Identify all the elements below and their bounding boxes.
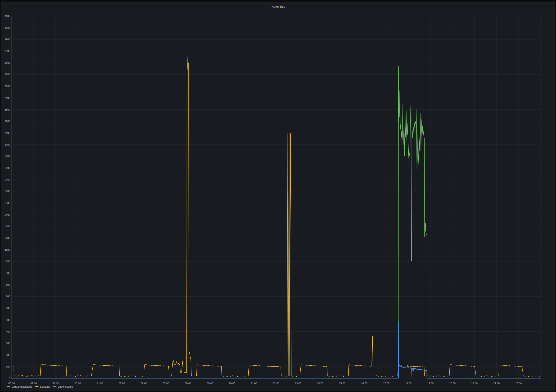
legend: Eingangsleistung Leistung Ladeleistung — [7, 385, 73, 389]
x-tick-label: 03:00 — [74, 382, 81, 385]
y-tick-label: 800 — [6, 283, 10, 286]
x-tick-label: 18:00 — [405, 382, 412, 385]
plot-area[interactable] — [12, 16, 541, 378]
x-tick-label: 21:00 — [471, 382, 478, 385]
y-tick-label: 1000 — [4, 260, 10, 263]
x-tick-label: 06:00 — [141, 382, 147, 385]
y-tick-label: 2700 — [4, 61, 10, 64]
y-tick-label: 3000 — [4, 26, 10, 29]
x-tick-label: 14:00 — [317, 382, 324, 385]
y-tick-label: 100 — [6, 365, 10, 368]
y-tick-label: 1100 — [5, 248, 10, 251]
x-tick-label: 12:00 — [273, 382, 279, 385]
x-tick-label: 07:00 — [162, 382, 169, 385]
x-tick-label: 04:00 — [97, 382, 103, 385]
y-tick-label: 1600 — [4, 190, 10, 193]
grafana-dashboard: { "panel": { "title": "Panel Title", "ba… — [0, 0, 556, 392]
y-tick-label: 2900 — [4, 38, 10, 41]
x-tick-label: 23:00 — [515, 382, 522, 385]
y-tick-label: 1400 — [4, 213, 10, 216]
x-tick-label: 05:00 — [118, 382, 125, 385]
y-tick-label: 1800 — [4, 167, 10, 169]
x-tick-label: 09:00 — [207, 382, 213, 385]
y-tick-label: 1700 — [4, 178, 10, 181]
y-tick-label: 400 — [6, 330, 10, 333]
x-tick-label: 10:00 — [229, 382, 235, 385]
x-tick-label: 17:00 — [383, 382, 389, 385]
y-tick-label: 300 — [6, 342, 10, 345]
legend-swatch-green — [7, 386, 10, 387]
y-tick-label: 500 — [6, 319, 10, 321]
legend-item-eingangsleistung[interactable]: Eingangsleistung — [7, 385, 32, 388]
y-tick-label: 1500 — [4, 202, 10, 205]
legend-item-ladeleistung[interactable]: Ladeleistung — [53, 385, 73, 388]
legend-label: Eingangsleistung — [12, 385, 32, 388]
y-tick-label: 700 — [6, 295, 10, 298]
y-tick-label: 2600 — [4, 73, 10, 76]
legend-swatch-blue — [53, 386, 56, 387]
y-tick-label: 2000 — [4, 143, 10, 146]
y-tick-label: 2400 — [4, 97, 10, 99]
x-tick-label: 01:00 — [30, 382, 37, 385]
legend-label: Leistung — [40, 385, 50, 388]
y-tick-label: 1900 — [4, 155, 10, 158]
y-tick-label: 1200 — [4, 237, 10, 239]
x-tick-label: 16:00 — [361, 382, 368, 385]
x-tick-label: 11:00 — [251, 382, 257, 385]
y-tick-label: 200 — [6, 354, 10, 356]
x-tick-label: 15:00 — [339, 382, 345, 385]
x-tick-label: 20:00 — [449, 382, 456, 385]
legend-item-leistung[interactable]: Leistung — [35, 385, 50, 388]
x-tick-label: 13:00 — [295, 382, 301, 385]
x-tick-label: 00:00 — [8, 382, 15, 385]
time-series-chart[interactable]: 0100200300400500600700800900100011001200… — [0, 0, 556, 392]
y-tick-label: 600 — [6, 307, 10, 309]
y-tick-label: 900 — [6, 272, 10, 275]
x-tick-label: 22:00 — [493, 382, 500, 385]
y-tick-label: 1300 — [4, 225, 10, 228]
x-tick-label: 19:00 — [427, 382, 433, 385]
y-tick-label: 3100 — [4, 15, 10, 17]
x-tick-label: 08:00 — [185, 382, 191, 385]
x-tick-label: 02:00 — [53, 382, 59, 385]
y-tick-label: 2800 — [4, 50, 10, 53]
y-tick-label: 2500 — [4, 85, 10, 88]
y-tick-label: 2100 — [4, 131, 10, 134]
legend-swatch-yellow — [35, 386, 39, 387]
legend-label: Ladeleistung — [58, 385, 73, 388]
y-tick-label: 0 — [9, 377, 10, 380]
y-tick-label: 2200 — [4, 120, 10, 123]
y-tick-label: 2300 — [4, 108, 10, 111]
